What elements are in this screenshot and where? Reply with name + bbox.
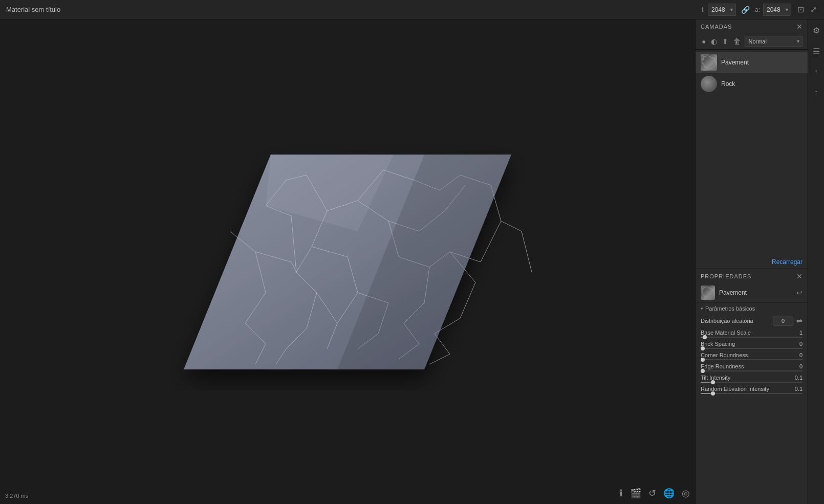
bake-icon[interactable]: ⊡ [796, 4, 805, 15]
propriedades-title: PROPRIEDADES [701, 273, 751, 279]
param-slider-corner-roundness[interactable] [701, 359, 803, 360]
props-reset-icon[interactable]: ↩ [796, 289, 803, 297]
param-row-distribuicao: Distribuição aleatória ⇌ [696, 314, 808, 328]
param-slider-fill-random-elevation [701, 393, 711, 394]
param-slider-brick-spacing[interactable] [701, 348, 803, 349]
param-value-random-elevation: 0.1 [795, 386, 803, 392]
camadas-toolbar: ● ◐ ⬆ 🗑 Normal Multiply Screen Overlay ▼ [696, 34, 808, 50]
param-slider-random-elevation[interactable] [701, 393, 803, 394]
params-group-label: Parâmetros básicos [705, 305, 755, 312]
viewport[interactable]: 3.270 ms ℹ 🎬 ↺ 🌐 ◎ [0, 19, 695, 504]
params-group-header[interactable]: ▾ Parâmetros básicos [696, 302, 808, 314]
viewport-canvas [0, 19, 695, 504]
param-value-corner-roundness: 0 [799, 352, 803, 358]
params-section: ▾ Parâmetros básicos Distribuição aleató… [696, 302, 808, 504]
resolution-width-group: l: 2048 512 1024 4096 ▼ [702, 4, 736, 16]
viewport-bottom-icons: ℹ 🎬 ↺ 🌐 ◎ [619, 488, 690, 499]
layer-delete-icon[interactable]: 🗑 [732, 36, 742, 47]
param-slider-thumb-corner-roundness[interactable] [701, 358, 705, 362]
param-row-edge-roundness: Edge Roundness 0 [696, 362, 808, 373]
blend-mode-select[interactable]: Normal Multiply Screen Overlay [745, 36, 803, 47]
recarregar-link[interactable]: Recarregar [696, 255, 808, 269]
param-slider-edge-roundness[interactable] [701, 370, 803, 371]
target-icon[interactable]: ◎ [682, 488, 690, 499]
random-icon[interactable]: ⇌ [796, 317, 803, 325]
lock-icon: 🔗 [741, 6, 750, 14]
param-slider-thumb-random-elevation[interactable] [711, 391, 715, 396]
layer-thumb-pavement [701, 54, 717, 71]
props-layer-thumb [701, 286, 715, 300]
camera-icon[interactable]: 🎬 [630, 488, 641, 499]
layer-name-rock: Rock [721, 80, 735, 87]
layers-icon[interactable]: ☰ [811, 45, 822, 58]
propriedades-header: PROPRIEDADES ✕ [696, 269, 808, 283]
expand-icon[interactable]: ⤢ [809, 4, 818, 15]
param-label-random-elevation: Random Elevation Intensity [701, 386, 769, 392]
layer-remove-icon[interactable]: ◐ [710, 36, 718, 47]
globe-icon[interactable]: 🌐 [663, 488, 675, 499]
viewport-timing: 3.270 ms [5, 493, 28, 499]
res-h-label: a: [755, 6, 760, 13]
param-label-brick-spacing: Brick Spacing [701, 341, 735, 347]
layer-item-pavement[interactable]: Pavement [696, 52, 808, 73]
param-slider-thumb-base-scale[interactable] [703, 335, 707, 339]
props-layer-row: Pavement ↩ [696, 283, 808, 302]
res-h-select[interactable]: 2048 512 1024 4096 [763, 4, 791, 16]
props-layer-name: Pavement [719, 289, 792, 296]
right-sidebar: CAMADAS ✕ ● ◐ ⬆ 🗑 Normal Multiply Screen… [695, 19, 808, 504]
propriedades-close-icon[interactable]: ✕ [796, 272, 803, 280]
param-input-distribuicao[interactable] [773, 316, 793, 326]
layer-export-icon[interactable]: ⬆ [721, 36, 729, 47]
layer-name-pavement: Pavement [721, 59, 749, 66]
param-row-random-elevation: Random Elevation Intensity 0.1 [696, 384, 808, 396]
res-w-select[interactable]: 2048 512 1024 4096 [708, 4, 736, 16]
param-value-tilt-intensity: 0.1 [795, 375, 803, 381]
export-icon[interactable]: ↑ [812, 65, 820, 79]
main-area: 3.270 ms ℹ 🎬 ↺ 🌐 ◎ CAMADAS ✕ ● ◐ ⬆ 🗑 Nor… [0, 19, 824, 504]
param-row-tilt-intensity: Tilt Intensity 0.1 [696, 373, 808, 384]
top-bar: Material sem título l: 2048 512 1024 409… [0, 0, 824, 19]
refresh-icon[interactable]: ↺ [648, 488, 656, 499]
param-value-edge-roundness: 0 [799, 363, 803, 369]
settings-icon[interactable]: ⚙ [811, 24, 822, 37]
param-slider-fill-tilt-intensity [701, 382, 711, 383]
param-slider-thumb-tilt-intensity[interactable] [711, 380, 715, 384]
resolution-height-group: a: 2048 512 1024 4096 ▼ [755, 4, 791, 16]
layer-thumb-rock [701, 76, 717, 92]
param-value-brick-spacing: 0 [799, 341, 803, 347]
app-title: Material sem título [6, 6, 697, 13]
param-row-brick-spacing: Brick Spacing 0 [696, 339, 808, 350]
top-bar-actions: ⊡ ⤢ [796, 4, 818, 15]
param-value-base-scale: 1 [799, 330, 803, 336]
param-slider-tilt-intensity[interactable] [701, 382, 803, 383]
param-row-corner-roundness: Corner Roundness 0 [696, 350, 808, 362]
res-w-label: l: [702, 6, 705, 13]
camadas-title: CAMADAS [701, 24, 732, 30]
param-row-base-scale: Base Material Scale 1 [696, 328, 808, 339]
param-label-base-scale: Base Material Scale [701, 330, 751, 336]
blend-mode-wrapper: Normal Multiply Screen Overlay ▼ [745, 36, 803, 47]
camadas-close-icon[interactable]: ✕ [796, 23, 803, 31]
camadas-header: CAMADAS ✕ [696, 19, 808, 34]
timing-text: 3.270 ms [5, 493, 28, 499]
layer-list: Pavement Rock [696, 50, 808, 255]
param-slider-thumb-brick-spacing[interactable] [701, 346, 705, 350]
layer-item-rock[interactable]: Rock [696, 73, 808, 95]
param-label-tilt-intensity: Tilt Intensity [701, 375, 730, 381]
chevron-down-icon: ▾ [701, 306, 703, 311]
share-icon[interactable]: ↑ [812, 86, 820, 99]
param-label-distribuicao: Distribuição aleatória [701, 318, 770, 324]
param-label-edge-roundness: Edge Roundness [701, 363, 744, 369]
stone-plane-3d [163, 129, 532, 395]
param-label-corner-roundness: Corner Roundness [701, 352, 748, 358]
info-icon[interactable]: ℹ [619, 488, 623, 499]
param-slider-base-scale[interactable] [701, 337, 803, 338]
param-slider-thumb-edge-roundness[interactable] [701, 369, 705, 373]
layer-add-icon[interactable]: ● [701, 36, 707, 47]
far-right-bar: ⚙ ☰ ↑ ↑ [808, 19, 824, 504]
